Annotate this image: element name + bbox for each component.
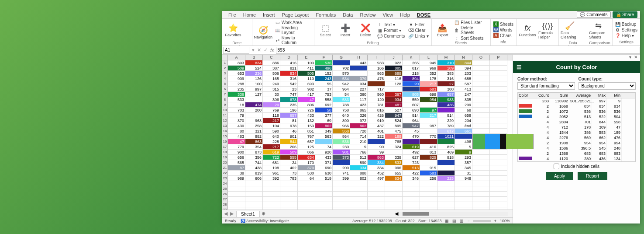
cell[interactable]: 934 xyxy=(350,81,368,87)
cell[interactable] xyxy=(333,160,350,165)
cell[interactable] xyxy=(455,192,472,197)
cell[interactable] xyxy=(472,186,490,192)
cell[interactable]: 64 xyxy=(298,176,315,181)
row-header[interactable]: 3 xyxy=(222,71,228,76)
backup-button[interactable]: 💾Backup xyxy=(614,21,638,27)
table-row[interactable]: 233116902501.725321...9979 xyxy=(518,98,635,104)
menu-data[interactable]: Data xyxy=(339,12,356,17)
menu-dose[interactable]: DOSE xyxy=(413,12,434,17)
cell[interactable]: 229 xyxy=(437,118,455,123)
cell[interactable]: 658 xyxy=(455,113,472,118)
cell[interactable]: 769 xyxy=(263,108,280,113)
cell[interactable]: 116 xyxy=(385,76,403,81)
cell[interactable]: 217 xyxy=(420,81,437,87)
cell[interactable] xyxy=(490,181,507,186)
cell[interactable]: 1021 xyxy=(437,134,455,139)
reading-layout-button[interactable]: 📖Reading Layout xyxy=(274,25,312,35)
cell[interactable]: 563 xyxy=(315,134,333,139)
cell[interactable] xyxy=(472,97,490,102)
cell[interactable]: 240 xyxy=(263,81,280,87)
cell[interactable] xyxy=(490,113,507,118)
view-normal-icon[interactable]: ▦ xyxy=(445,219,449,223)
cell[interactable]: 206 xyxy=(280,144,298,150)
row-header[interactable]: 12 xyxy=(222,118,228,123)
cell[interactable] xyxy=(472,155,490,160)
cell[interactable]: 170 xyxy=(298,160,315,165)
cell[interactable]: 438 xyxy=(245,165,263,171)
cell[interactable] xyxy=(490,92,507,97)
tab-nav-prev[interactable]: ◀ xyxy=(224,211,227,217)
cell[interactable] xyxy=(245,181,263,186)
cell[interactable]: 152 xyxy=(315,71,333,76)
cell[interactable]: 835 xyxy=(455,97,472,102)
cell[interactable]: 217 xyxy=(263,118,280,123)
cell[interactable]: 619 xyxy=(403,144,420,150)
cell[interactable]: 492 xyxy=(403,150,420,155)
table-row[interactable]: 21366683683683 xyxy=(518,151,635,156)
cell[interactable]: 125 xyxy=(298,144,315,150)
table-row[interactable]: 42804701844558 xyxy=(518,119,635,125)
cell[interactable]: 702 xyxy=(333,66,350,71)
cell[interactable]: 58 xyxy=(315,108,333,113)
cell[interactable] xyxy=(490,197,507,202)
cell[interactable]: 236 xyxy=(245,71,263,76)
cell[interactable]: 690 xyxy=(315,165,333,171)
table-row[interactable]: 41120280436124 xyxy=(518,156,635,161)
cell[interactable]: 166 xyxy=(368,66,385,71)
cell[interactable]: 423 xyxy=(350,102,368,108)
cell[interactable]: 634 xyxy=(385,176,403,181)
cell[interactable] xyxy=(245,113,263,118)
cell[interactable] xyxy=(263,197,280,202)
cell[interactable]: 288 xyxy=(228,81,245,87)
cell[interactable]: 862 xyxy=(350,123,368,129)
col-header[interactable]: H xyxy=(350,55,368,60)
cell[interactable]: 678 xyxy=(280,97,298,102)
cell[interactable]: 243 xyxy=(315,76,333,81)
cell[interactable]: 322 xyxy=(368,134,385,139)
cell[interactable]: 225 xyxy=(437,176,455,181)
formula-helper-button[interactable]: {()}Formula Helper xyxy=(538,20,557,41)
cell[interactable] xyxy=(403,202,420,207)
cell[interactable]: 555 xyxy=(280,155,298,160)
cell[interactable] xyxy=(472,129,490,134)
formula-input[interactable] xyxy=(276,47,640,54)
cell[interactable] xyxy=(280,197,298,202)
cell[interactable]: 383 xyxy=(437,71,455,76)
cell[interactable] xyxy=(385,202,403,207)
cell[interactable] xyxy=(333,181,350,186)
cell[interactable]: 218 xyxy=(403,71,420,76)
cell[interactable] xyxy=(490,76,507,81)
cell[interactable]: 27 xyxy=(437,81,455,87)
cell[interactable]: 873 xyxy=(245,150,263,155)
cell[interactable] xyxy=(228,192,245,197)
cell[interactable] xyxy=(385,186,403,192)
cell[interactable]: 892 xyxy=(245,134,263,139)
cell[interactable]: 196 xyxy=(280,108,298,113)
cell[interactable]: 948 xyxy=(455,176,472,181)
cell[interactable]: 265 xyxy=(403,60,420,66)
cell[interactable]: 443 xyxy=(350,60,368,66)
col-header[interactable]: E xyxy=(298,55,315,60)
cell[interactable]: 402 xyxy=(280,165,298,171)
col-header[interactable]: L xyxy=(420,55,437,60)
cell[interactable]: 533 xyxy=(385,160,403,165)
row-header[interactable]: 13 xyxy=(222,123,228,129)
cell[interactable] xyxy=(420,186,437,192)
row-header[interactable]: 15 xyxy=(222,134,228,139)
row-header[interactable]: 7 xyxy=(222,92,228,97)
cell[interactable]: 512 xyxy=(350,155,368,160)
cell[interactable]: 693 xyxy=(298,81,315,87)
cell[interactable]: 120 xyxy=(368,97,385,102)
cell[interactable] xyxy=(368,81,385,87)
cell[interactable]: 825 xyxy=(420,155,437,160)
cell[interactable]: 945 xyxy=(420,60,437,66)
name-box[interactable] xyxy=(223,47,249,54)
cell[interactable] xyxy=(263,192,280,197)
cell[interactable]: 379 xyxy=(298,165,315,171)
row-header[interactable]: 8 xyxy=(222,97,228,102)
cell[interactable]: 79 xyxy=(228,113,245,118)
count-type-select[interactable]: Background xyxy=(579,82,636,90)
cell[interactable]: 228 xyxy=(263,139,280,144)
cell[interactable]: 819 xyxy=(245,171,263,176)
cell[interactable] xyxy=(490,102,507,108)
